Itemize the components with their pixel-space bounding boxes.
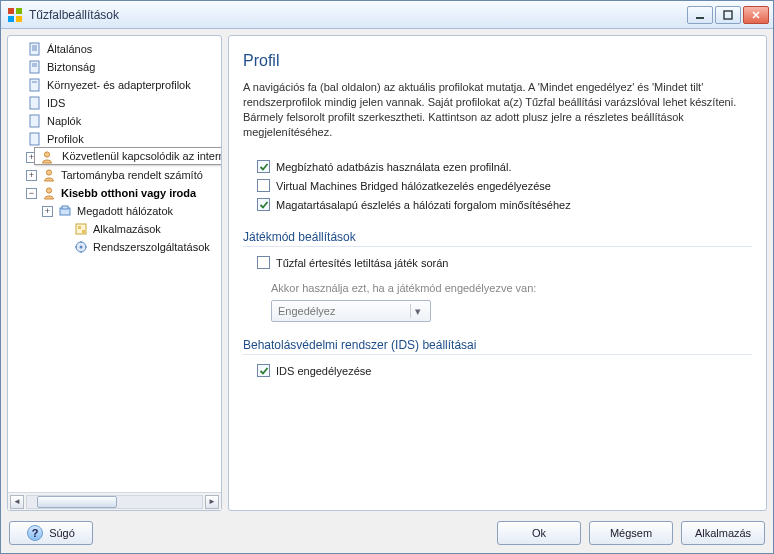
game-hint: Akkor használja ezt, ha a játékmód enged… bbox=[271, 282, 752, 294]
expand-icon[interactable]: + bbox=[42, 206, 53, 217]
trusted-db-label: Megbízható adatbázis használata ezen pro… bbox=[276, 161, 511, 173]
chevron-down-icon: ▾ bbox=[410, 304, 424, 318]
tree-item-general[interactable]: Általános bbox=[8, 40, 221, 58]
tree-item-security[interactable]: Biztonság bbox=[8, 58, 221, 76]
titlebar: Tűzfalbeállítások bbox=[1, 1, 773, 29]
svg-rect-10 bbox=[30, 61, 39, 73]
svg-point-20 bbox=[46, 170, 51, 175]
tree-label: Biztonság bbox=[47, 58, 95, 76]
apply-button[interactable]: Alkalmazás bbox=[681, 521, 765, 545]
applications-icon bbox=[73, 221, 89, 237]
trusted-db-row: Megbízható adatbázis használata ezen pro… bbox=[257, 160, 752, 173]
minimize-button[interactable] bbox=[687, 6, 713, 24]
cancel-button[interactable]: Mégsem bbox=[589, 521, 673, 545]
vm-bridged-checkbox[interactable] bbox=[257, 179, 270, 192]
svg-point-18 bbox=[44, 152, 49, 157]
window-body: Általános Biztonság Környezet- és adapte… bbox=[1, 29, 773, 553]
document-icon bbox=[27, 95, 43, 111]
tree-item-small-office[interactable]: − Kisebb otthoni vagy iroda bbox=[8, 184, 221, 202]
content-panel: Profil A navigációs fa (bal oldalon) az … bbox=[228, 35, 767, 511]
game-notify-label: Tűzfal értesítés letiltása játék során bbox=[276, 257, 448, 269]
close-button[interactable] bbox=[743, 6, 769, 24]
ok-label: Ok bbox=[532, 527, 546, 539]
ids-enable-label: IDS engedélyezése bbox=[276, 365, 371, 377]
svg-rect-5 bbox=[724, 11, 732, 19]
tree-item-networks[interactable]: + Megadott hálózatok bbox=[8, 202, 221, 220]
tree-item-domain[interactable]: + Tartományba rendelt számító bbox=[8, 166, 221, 184]
help-label: Súgó bbox=[49, 527, 75, 539]
ids-enable-checkbox[interactable] bbox=[257, 364, 270, 377]
expand-icon[interactable]: + bbox=[26, 170, 37, 181]
svg-rect-0 bbox=[8, 8, 14, 14]
game-mode-select-value: Engedélyez bbox=[278, 305, 336, 317]
svg-rect-1 bbox=[16, 8, 22, 14]
user-icon bbox=[39, 149, 55, 165]
window-controls bbox=[687, 6, 769, 24]
tree-label: Profilok bbox=[47, 130, 84, 148]
tree-label: Naplók bbox=[47, 112, 81, 130]
game-notify-row: Tűzfal értesítés letiltása játék során bbox=[257, 256, 752, 269]
scroll-left-button[interactable]: ◄ bbox=[10, 495, 24, 509]
tree-item-apps[interactable]: Alkalmazások bbox=[8, 220, 221, 238]
svg-rect-3 bbox=[16, 16, 22, 22]
page-description: A navigációs fa (bal oldalon) az aktuáli… bbox=[243, 80, 752, 139]
document-icon bbox=[27, 59, 43, 75]
tree-label: Alkalmazások bbox=[93, 220, 161, 238]
svg-point-28 bbox=[80, 246, 83, 249]
tree-label: Tartományba rendelt számító bbox=[61, 166, 203, 184]
tree-item-direct-internet[interactable]: + Közvetlenül kapcsolódik az internetre … bbox=[8, 148, 221, 166]
tree-item-services[interactable]: Rendszerszolgáltatások bbox=[8, 238, 221, 256]
trusted-db-checkbox[interactable] bbox=[257, 160, 270, 173]
user-icon bbox=[41, 167, 57, 183]
svg-point-21 bbox=[46, 188, 51, 193]
scroll-thumb[interactable] bbox=[37, 496, 117, 508]
vm-bridged-row: Virtual Machines Bridged hálózatkezelés … bbox=[257, 179, 752, 192]
behavior-label: Magatartásalapú észlelés a hálózati forg… bbox=[276, 199, 571, 211]
nav-tree-panel: Általános Biztonság Környezet- és adapte… bbox=[7, 35, 222, 511]
svg-rect-16 bbox=[30, 115, 39, 127]
svg-rect-23 bbox=[62, 206, 68, 209]
tree-item-env-profiles[interactable]: Környezet- és adapterprofilok bbox=[8, 76, 221, 94]
cancel-label: Mégsem bbox=[610, 527, 652, 539]
document-icon bbox=[27, 113, 43, 129]
svg-rect-17 bbox=[30, 133, 39, 145]
svg-rect-26 bbox=[82, 230, 85, 233]
behavior-row: Magatartásalapú észlelés a hálózati forg… bbox=[257, 198, 752, 211]
footer-bar: ? Súgó Ok Mégsem Alkalmazás bbox=[7, 517, 767, 547]
tree-hscrollbar[interactable]: ◄ ► bbox=[8, 492, 221, 510]
twisty-none bbox=[12, 44, 23, 55]
tree-item-profiles[interactable]: Profilok bbox=[8, 130, 221, 148]
vm-bridged-label: Virtual Machines Bridged hálózatkezelés … bbox=[276, 180, 551, 192]
tree-item-tooltip: Közvetlenül kapcsolódik az internetre bbox=[34, 147, 221, 165]
page-title: Profil bbox=[243, 52, 752, 70]
help-icon: ? bbox=[27, 525, 43, 541]
scroll-right-button[interactable]: ► bbox=[205, 495, 219, 509]
ids-section-title: Behatolásvédelmi rendszer (IDS) beállítá… bbox=[243, 338, 752, 355]
svg-rect-25 bbox=[78, 226, 81, 229]
nav-tree[interactable]: Általános Biztonság Környezet- és adapte… bbox=[8, 36, 221, 492]
document-icon bbox=[27, 77, 43, 93]
services-icon bbox=[73, 239, 89, 255]
maximize-button[interactable] bbox=[715, 6, 741, 24]
app-icon bbox=[7, 7, 23, 23]
help-button[interactable]: ? Súgó bbox=[9, 521, 93, 545]
game-mode-select[interactable]: Engedélyez ▾ bbox=[271, 300, 431, 322]
svg-rect-6 bbox=[30, 43, 39, 55]
svg-rect-13 bbox=[30, 79, 39, 91]
tree-label: Megadott hálózatok bbox=[77, 202, 173, 220]
svg-rect-2 bbox=[8, 16, 14, 22]
window-frame: Tűzfalbeállítások Általános bbox=[0, 0, 774, 554]
apply-label: Alkalmazás bbox=[695, 527, 751, 539]
tree-label: Környezet- és adapterprofilok bbox=[47, 76, 191, 94]
game-notify-checkbox[interactable] bbox=[257, 256, 270, 269]
behavior-checkbox[interactable] bbox=[257, 198, 270, 211]
ok-button[interactable]: Ok bbox=[497, 521, 581, 545]
ids-enable-row: IDS engedélyezése bbox=[257, 364, 752, 377]
tree-label: Rendszerszolgáltatások bbox=[93, 238, 210, 256]
tree-item-ids[interactable]: IDS bbox=[8, 94, 221, 112]
network-icon bbox=[57, 203, 73, 219]
tree-item-logs[interactable]: Naplók bbox=[8, 112, 221, 130]
tooltip-text: Közvetlenül kapcsolódik az internetre bbox=[62, 150, 221, 162]
collapse-icon[interactable]: − bbox=[26, 188, 37, 199]
scroll-track[interactable] bbox=[26, 495, 203, 509]
